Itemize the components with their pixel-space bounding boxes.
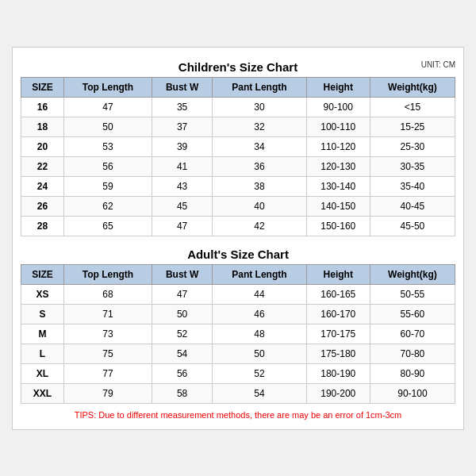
- adults-col-weight: Weight(kg): [370, 264, 455, 284]
- children-col-pant-length: Pant Length: [213, 77, 306, 97]
- table-cell: 44: [213, 284, 306, 304]
- table-cell: <15: [370, 97, 455, 117]
- table-cell: 35-40: [370, 176, 455, 196]
- table-cell: 68: [63, 284, 152, 304]
- table-cell: S: [21, 304, 64, 324]
- table-cell: 34: [213, 136, 306, 156]
- table-row: 1647353090-100<15: [21, 97, 455, 117]
- table-cell: 175-180: [306, 344, 370, 363]
- table-cell: 50: [213, 344, 306, 363]
- table-cell: L: [21, 344, 64, 363]
- children-col-top-length: Top Length: [63, 77, 152, 97]
- table-cell: 170-175: [306, 324, 370, 344]
- children-col-size: SIZE: [21, 77, 64, 97]
- table-cell: 26: [21, 196, 64, 216]
- table-cell: 47: [152, 216, 213, 236]
- table-cell: 40: [213, 196, 306, 216]
- table-cell: M: [21, 324, 64, 344]
- table-row: 26624540140-15040-45: [21, 196, 455, 216]
- table-row: XXL795854190-20090-100: [21, 383, 455, 403]
- adults-col-size: SIZE: [21, 264, 64, 284]
- table-cell: 37: [152, 117, 213, 136]
- children-col-weight: Weight(kg): [370, 77, 455, 97]
- table-cell: 28: [21, 216, 64, 236]
- table-cell: 18: [21, 117, 64, 136]
- table-cell: 36: [213, 156, 306, 176]
- table-cell: 77: [63, 363, 152, 383]
- table-cell: 47: [63, 97, 152, 117]
- table-cell: 120-130: [306, 156, 370, 176]
- table-cell: 30: [213, 97, 306, 117]
- table-cell: 50-55: [370, 284, 455, 304]
- table-cell: 24: [21, 176, 64, 196]
- table-cell: 48: [213, 324, 306, 344]
- table-cell: 75: [63, 344, 152, 363]
- children-col-bust-w: Bust W: [152, 77, 213, 97]
- table-cell: 50: [63, 117, 152, 136]
- children-header-row: SIZE Top Length Bust W Pant Length Heigh…: [21, 77, 455, 97]
- adults-col-top-length: Top Length: [63, 264, 152, 284]
- table-cell: 150-160: [306, 216, 370, 236]
- table-cell: 62: [63, 196, 152, 216]
- children-title-text: Children's Size Chart: [178, 60, 298, 74]
- adults-title-text: Adult's Size Chart: [187, 248, 289, 261]
- table-cell: 20: [21, 136, 64, 156]
- table-cell: 22: [21, 156, 64, 176]
- children-col-height: Height: [306, 77, 370, 97]
- table-cell: 54: [152, 344, 213, 363]
- adults-col-pant-length: Pant Length: [213, 264, 306, 284]
- tips-text: TIPS: Due to different measurement metho…: [21, 409, 455, 421]
- table-cell: XS: [21, 284, 64, 304]
- table-row: 18503732100-11015-25: [21, 117, 455, 136]
- table-cell: 79: [63, 383, 152, 403]
- table-cell: 190-200: [306, 383, 370, 403]
- table-cell: 160-170: [306, 304, 370, 324]
- unit-label: UNIT: CM: [421, 60, 455, 69]
- table-row: M735248170-17560-70: [21, 324, 455, 344]
- table-row: S715046160-17055-60: [21, 304, 455, 324]
- table-cell: 70-80: [370, 344, 455, 363]
- table-cell: XL: [21, 363, 64, 383]
- table-cell: 65: [63, 216, 152, 236]
- table-cell: 54: [213, 383, 306, 403]
- table-cell: 15-25: [370, 117, 455, 136]
- table-cell: 90-100: [370, 383, 455, 403]
- chart-container: Children's Size Chart UNIT: CM SIZE Top …: [12, 47, 464, 430]
- table-cell: 59: [63, 176, 152, 196]
- table-cell: 60-70: [370, 324, 455, 344]
- table-row: 24594338130-14035-40: [21, 176, 455, 196]
- table-cell: 90-100: [306, 97, 370, 117]
- table-cell: 55-60: [370, 304, 455, 324]
- children-size-table: SIZE Top Length Bust W Pant Length Heigh…: [21, 77, 455, 236]
- table-cell: 45: [152, 196, 213, 216]
- table-row: 28654742150-16045-50: [21, 216, 455, 236]
- table-cell: 52: [213, 363, 306, 383]
- table-row: XS684744160-16550-55: [21, 284, 455, 304]
- table-cell: 42: [213, 216, 306, 236]
- table-cell: 71: [63, 304, 152, 324]
- table-cell: 160-165: [306, 284, 370, 304]
- table-cell: 53: [63, 136, 152, 156]
- table-cell: 56: [63, 156, 152, 176]
- table-cell: 25-30: [370, 136, 455, 156]
- table-row: XL775652180-19080-90: [21, 363, 455, 383]
- table-cell: 50: [152, 304, 213, 324]
- table-cell: 40-45: [370, 196, 455, 216]
- table-cell: 45-50: [370, 216, 455, 236]
- adults-header-row: SIZE Top Length Bust W Pant Length Heigh…: [21, 264, 455, 284]
- table-row: L755450175-18070-80: [21, 344, 455, 363]
- table-cell: 16: [21, 97, 64, 117]
- table-cell: 52: [152, 324, 213, 344]
- adults-col-height: Height: [306, 264, 370, 284]
- table-cell: 41: [152, 156, 213, 176]
- table-row: 22564136120-13030-35: [21, 156, 455, 176]
- table-cell: 58: [152, 383, 213, 403]
- table-cell: 32: [213, 117, 306, 136]
- table-cell: 30-35: [370, 156, 455, 176]
- table-row: 20533934110-12025-30: [21, 136, 455, 156]
- table-cell: 38: [213, 176, 306, 196]
- table-cell: 180-190: [306, 363, 370, 383]
- table-cell: 35: [152, 97, 213, 117]
- table-cell: XXL: [21, 383, 64, 403]
- children-section-title: Children's Size Chart UNIT: CM: [21, 56, 455, 77]
